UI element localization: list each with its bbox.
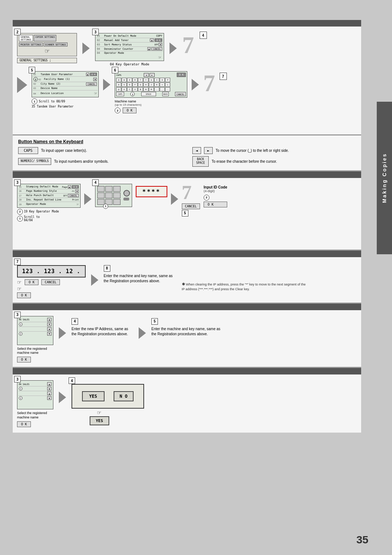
section1-content: 2 GENERALSETTINGS COPIER SETTINGS PRINTE…	[17, 32, 357, 66]
step8-block: 8 Enter the machine and key name, same a…	[104, 265, 176, 284]
hand-s3m: ☞	[77, 202, 79, 206]
ok-s3m[interactable]: O K	[72, 185, 79, 189]
scroll-s3m: Scroll to04/04	[24, 215, 40, 222]
arrow-reg1	[59, 327, 66, 339]
input-id-label: Input ID Code	[204, 185, 227, 189]
hand-cursor: ☞	[19, 48, 75, 54]
ok-s5[interactable]: O K	[90, 73, 97, 76]
numpad-side	[123, 190, 130, 200]
screen-tab-row2: PRINTER SETTINGS SCANNER SETTINGS	[19, 42, 75, 46]
section-reg1: 3 MX SALES ▲ 1 ▼	[13, 310, 361, 368]
cancel-btn-s3[interactable]: CANCEL	[151, 47, 162, 50]
section-reg2: 3 MX SALES ▲ 1 ▼ ▲	[13, 374, 361, 433]
arrow-mid	[84, 193, 91, 205]
s3r1-ok[interactable]: O K	[17, 357, 31, 362]
step3-reg2: 3 MX SALES ▲ 1 ▼ ▲	[17, 379, 53, 427]
s3m-row-17: 17Hole Punch DefaultOff CANCEL	[18, 194, 79, 198]
caps-btn[interactable]: CAPS	[18, 147, 38, 154]
s5-circle-badge: 2	[33, 77, 38, 81]
step7-ok[interactable]: O K	[25, 279, 38, 285]
tab-copier[interactable]: COPIER SETTINGS	[34, 35, 56, 41]
step7-seven: 7	[203, 72, 215, 95]
step2-screen: GENERALSETTINGS COPIER SETTINGS PRINTER …	[17, 33, 77, 56]
step2-label: GENERAL SETTINGS ;	[17, 58, 77, 63]
screen-row-04: 04Denominator Counter ▲ CANCEL	[96, 47, 163, 51]
section1-row2: 5 01Tandem User Parameter ▲ O K 2 02Faci…	[17, 70, 357, 113]
s5-row-02: 2 02Facility Name (1) ▼	[33, 77, 98, 82]
step4-reg1: 4 Enter the new IP Address, same as the …	[72, 318, 133, 337]
s3m-row-15: 15Stamping Default ModePage ▲ O K	[18, 185, 79, 189]
backspace-btn[interactable]: BACKSPACE	[192, 156, 209, 167]
s3r2-row1: MX SALES ▲	[19, 382, 52, 386]
step8-desc: Enter the machine and key name, same as …	[104, 274, 176, 284]
input-id-ok[interactable]: O K	[204, 202, 227, 207]
step7-cancel[interactable]: CANCEL	[41, 279, 60, 285]
step5-reg1: 5 Enter the machine and key name, same a…	[151, 318, 224, 337]
no-btn[interactable]: N O	[114, 391, 134, 401]
s4r1-desc: Enter the new IP Address, same as the Re…	[72, 327, 133, 337]
s4m-badge: 4	[92, 179, 99, 186]
key-9[interactable]	[113, 186, 121, 192]
step7-ok2[interactable]: O K	[17, 292, 31, 298]
s4m-dot	[123, 198, 129, 200]
pwd-display: ****	[136, 186, 167, 197]
tab-scanner[interactable]: SCANNER SETTINGS	[44, 42, 68, 46]
note-asterisk: ✱	[182, 282, 185, 286]
step4-seven: 7	[182, 33, 194, 57]
s5m-seven: 7	[182, 182, 192, 202]
step4-badge: 4	[200, 32, 207, 39]
badge2-s6: 2	[115, 108, 121, 113]
tab-general[interactable]: GENERALSETTINGS	[19, 35, 33, 41]
screen-tab-row: GENERALSETTINGS COPIER SETTINGS	[19, 35, 75, 41]
step7-hand2: ☞	[17, 286, 86, 292]
section1-band	[13, 20, 361, 27]
step4-reg2: 4 YES N O ☞ YES	[72, 380, 144, 425]
cancel-s6[interactable]: CANCEL	[175, 92, 186, 96]
s3r1-row2: 1 ▼	[19, 322, 52, 327]
s3r2-badge: 3	[14, 376, 21, 382]
keyboard-info-title: Button Names on the Keyboard	[18, 139, 356, 144]
s3r2-ok[interactable]: O K	[17, 421, 31, 427]
tab-printer[interactable]: PRINTER SETTINGS	[19, 42, 43, 46]
r2-badge2: 2	[19, 396, 23, 400]
ok-s6[interactable]: O K	[177, 73, 186, 77]
s3r2-row4: 2 ▼	[19, 396, 52, 400]
cancel-s5[interactable]: CANCEL	[86, 82, 97, 86]
reg2-content: 3 MX SALES ▲ 1 ▼ ▲	[17, 379, 357, 427]
arrow-desc: To move the cursor (_) to the left or ri…	[216, 149, 289, 153]
arrow-mid2	[171, 193, 178, 205]
key-1[interactable]	[97, 199, 105, 205]
key-3[interactable]	[113, 199, 121, 205]
s3r1-row1: MX SALES ▲	[19, 317, 52, 322]
s5-row-03: 02City Name (2) CANCEL	[33, 82, 98, 86]
s3m-row-18: 18Ins. Repeat Dotted LinePrint	[18, 198, 79, 202]
step7-hand-ok: ☞	[17, 279, 22, 285]
caps-desc: To input upper case letter(s).	[41, 149, 87, 153]
key-6[interactable]	[113, 193, 121, 198]
section2: 3 15Stamping Default ModePage ▲ O K 16Pa…	[13, 178, 361, 251]
r1-badge1: 1	[19, 323, 23, 326]
step6-footer: 2 O K	[115, 108, 187, 113]
right-arrow-btn[interactable]: ►	[204, 147, 213, 154]
key-5[interactable]	[105, 193, 113, 198]
s4m-badge2: 2	[204, 195, 209, 200]
s3m-badge1: 1	[17, 216, 23, 222]
cancel-s3m[interactable]: CANCEL	[68, 194, 79, 197]
left-arrow-btn[interactable]: ◄	[192, 147, 201, 154]
key-4[interactable]	[97, 193, 105, 198]
yes-confirm-btn[interactable]: YES	[90, 416, 109, 425]
yes-btn[interactable]: YES	[82, 391, 105, 401]
r1-badge2: 2	[19, 332, 23, 336]
numeric-btn[interactable]: NUMERIC/ SYMBOLS	[18, 158, 51, 165]
key-8[interactable]	[105, 186, 113, 192]
section-reg2-band	[13, 368, 361, 374]
key-7[interactable]	[97, 186, 105, 192]
pwd-block: ****	[136, 186, 167, 197]
step5-tandem-label: 35 Tandem User Parameter	[32, 105, 99, 108]
yes-no-box: YES N O	[72, 384, 144, 409]
s3m-row-19: 19Operator Mode ☞	[18, 202, 79, 207]
s5m-cancel[interactable]: CANCEL	[182, 203, 200, 209]
ok-s6-btn[interactable]: O K	[123, 108, 136, 113]
s4m-circle	[123, 190, 130, 197]
circle-badge-1-s6: 1	[130, 92, 135, 96]
